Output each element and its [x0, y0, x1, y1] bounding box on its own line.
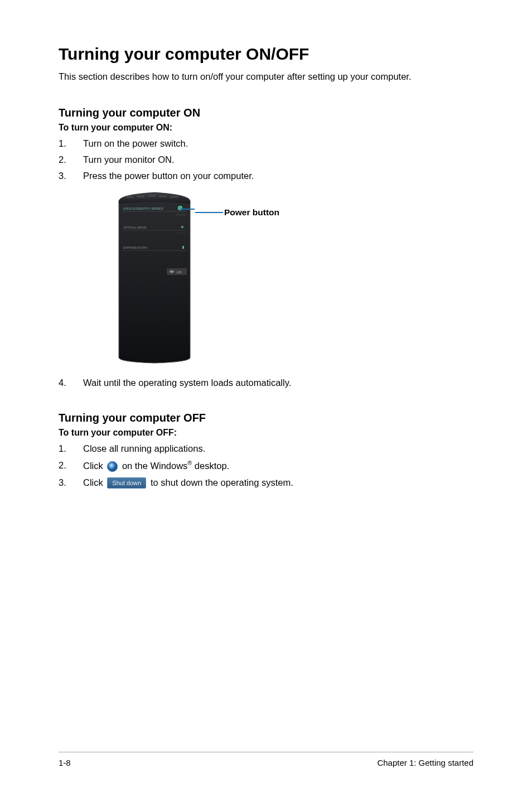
list-item: 1. Close all running applications.	[59, 443, 473, 454]
svg-rect-1	[137, 195, 144, 197]
step-text: Press the power button on your computer.	[83, 171, 254, 181]
list-item: 3. Press the power button on your comput…	[59, 171, 473, 181]
step-fragment: Click	[83, 461, 105, 471]
on-bold-line: To turn your computer ON:	[59, 123, 473, 133]
chapter-label: Chapter 1: Getting started	[377, 758, 473, 767]
svg-point-11	[181, 226, 183, 228]
step-text: Click Shut down to shut down the operati…	[83, 477, 293, 489]
step-number: 3.	[59, 171, 83, 181]
computer-tower-image: ASUS ESSENTIO SERIES OPTICAL DRIVE EXPAN…	[114, 191, 195, 364]
off-subheading: Turning your computer OFF	[59, 412, 473, 424]
computer-figure: ASUS ESSENTIO SERIES OPTICAL DRIVE EXPAN…	[114, 191, 473, 364]
step-text: Turn your monitor ON.	[83, 154, 175, 165]
list-item: 3. Click Shut down to shut down the oper…	[59, 477, 473, 489]
step-text: Turn on the power switch.	[83, 138, 188, 149]
callout-label: Power button	[224, 207, 279, 218]
svg-text:EXPANSION BAY: EXPANSION BAY	[123, 246, 148, 249]
page-number: 1-8	[59, 758, 71, 767]
shut-down-button-graphic: Shut down	[107, 477, 146, 489]
svg-text:US: US	[177, 270, 181, 274]
step-text: Close all running applications.	[83, 443, 205, 454]
intro-text: This section describes how to turn on/of…	[59, 71, 473, 82]
on-subheading: Turning your computer ON	[59, 107, 473, 119]
power-button-callout: Power button	[195, 207, 279, 218]
callout-leader-line	[195, 212, 223, 213]
svg-rect-4	[170, 196, 178, 198]
svg-text:OPTICAL DRIVE: OPTICAL DRIVE	[123, 226, 147, 229]
list-item: 4. Wait until the operating system loads…	[59, 378, 473, 388]
page-heading: Turning your computer ON/OFF	[59, 45, 473, 64]
list-item: 1. Turn on the power switch.	[59, 138, 473, 149]
page-footer: 1-8 Chapter 1: Getting started	[59, 752, 473, 767]
step-number: 4.	[59, 378, 83, 388]
windows-start-orb-icon	[107, 461, 118, 472]
list-item: 2. Turn your monitor ON.	[59, 154, 473, 165]
svg-rect-12	[176, 233, 186, 234]
list-item: 2. Click on the Windows® desktop.	[59, 460, 473, 472]
step-fragment: Click	[83, 477, 105, 487]
svg-rect-8	[176, 214, 186, 216]
svg-text:ASUS ESSENTIO SERIES: ASUS ESSENTIO SERIES	[123, 207, 163, 210]
step-fragment: to shut down the operating system.	[148, 477, 293, 487]
off-bold-line: To turn your computer OFF:	[59, 428, 473, 438]
step-number: 2.	[59, 154, 83, 165]
svg-rect-3	[159, 195, 167, 197]
step-number: 1.	[59, 138, 83, 149]
step-text: Wait until the operating system loads au…	[83, 378, 291, 388]
step-fragment: on the Windows	[119, 461, 187, 471]
svg-rect-15	[182, 246, 184, 249]
step-fragment: desktop.	[192, 461, 229, 471]
step-text: Click on the Windows® desktop.	[83, 460, 229, 472]
step-number: 3.	[59, 477, 83, 488]
step-number: 2.	[59, 460, 83, 471]
svg-rect-2	[148, 195, 156, 197]
svg-rect-0	[125, 196, 133, 198]
step-number: 1.	[59, 443, 83, 454]
